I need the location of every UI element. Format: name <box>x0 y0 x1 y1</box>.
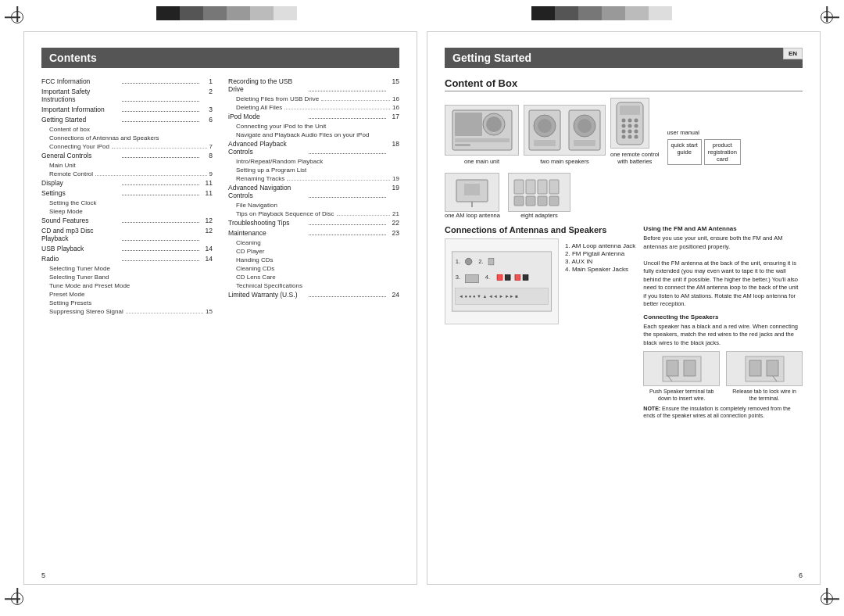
remote-item: one remote controlwith batteries <box>610 98 660 165</box>
left-page-num: 5 <box>41 571 45 579</box>
conn-item-3: 3. AUX IN <box>565 258 635 265</box>
main-unit-svg <box>451 109 513 152</box>
toc-sub-deleting-all: Deleting All Files 16 <box>228 104 399 111</box>
speakers-label: two main speakers <box>524 158 606 165</box>
svg-point-12 <box>578 119 592 133</box>
svg-rect-57 <box>749 360 761 376</box>
svg-rect-54 <box>667 360 678 376</box>
toc-sound: Sound Features 12 <box>41 217 213 224</box>
toc-sub-cleaning: Cleaning <box>228 239 399 246</box>
connections-list: 1. AM Loop antenna Jack 2. FM Pigtail An… <box>565 242 635 273</box>
connections-diagram: 1. 2. 3. 4. <box>445 238 559 324</box>
svg-rect-49 <box>515 275 520 281</box>
svg-point-23 <box>628 129 632 133</box>
connections-list-area: 1. AM Loop antenna Jack 2. FM Pigtail An… <box>565 238 635 328</box>
toc-sub-cleaning-cds: Cleaning CDs <box>228 265 399 272</box>
toc-radio: Radio 14 <box>41 255 213 263</box>
toc-adv-nav: Advanced Navigation Controls 19 <box>228 184 399 199</box>
product-reg-box: productregistrationcard <box>704 139 741 165</box>
speaker-img-push: Push Speaker terminal tabdown to insert … <box>643 351 720 402</box>
svg-rect-34 <box>549 180 559 194</box>
toc-sub-program-list: Setting up a Program List <box>228 167 399 174</box>
svg-rect-30 <box>464 184 480 195</box>
toc-getting-started: Getting Started 6 <box>41 116 213 124</box>
svg-point-18 <box>635 118 638 122</box>
svg-point-19 <box>622 124 626 127</box>
svg-rect-45 <box>465 275 478 283</box>
toc-sub-presetmode: Preset Mode <box>41 291 213 298</box>
main-unit-image <box>445 105 519 156</box>
toc-sub-clock: Setting the Clock <box>41 199 213 206</box>
conn-item-4: 4. Main Speaker Jacks <box>565 266 635 273</box>
toc-ipod-mode: iPod Mode 17 <box>228 113 399 120</box>
svg-point-22 <box>622 129 626 133</box>
toc-recording: Recording to the USB Drive 15 <box>228 77 399 93</box>
toc-troubleshoot: Troubleshooting Tips 22 <box>228 219 399 227</box>
svg-rect-37 <box>538 196 547 206</box>
reg-mark-tl <box>6 6 28 28</box>
toc-sub-connections: Connections of Antennas and Speakers <box>41 134 213 141</box>
toc-sub-presets: Setting Presets <box>41 299 213 306</box>
svg-text:◄ ● ● ●    ▼    ▲   ◄◄  ►  ►► : ◄ ● ● ● ▼ ▲ ◄◄ ► ►► ■ <box>459 294 518 299</box>
svg-rect-55 <box>684 360 696 376</box>
adapters-label: eight adapters <box>508 212 570 219</box>
toc-sub-tunermode: Selecting Tuner Mode <box>41 265 213 272</box>
svg-point-3 <box>486 116 502 132</box>
reg-mark-tr <box>816 6 838 28</box>
svg-rect-58 <box>767 360 778 376</box>
getting-started-header: Getting Started <box>445 48 803 68</box>
svg-rect-4 <box>455 138 510 142</box>
antenna-svg <box>449 176 495 209</box>
connections-content: 1. 2. 3. 4. <box>445 238 635 328</box>
adapters-svg <box>512 176 567 209</box>
contents-title: Contents <box>49 52 97 64</box>
content-of-box: one main unit two main spe <box>445 98 803 165</box>
speaker-terminal-images: Push Speaker terminal tabdown to insert … <box>643 351 803 402</box>
toc-sub-connecting-ipod: Connecting your iPod to the Unit <box>228 123 399 130</box>
toc-sub-navigate-ipod: Navigate and Playback Audio Files on you… <box>228 131 399 138</box>
conn-item-1: 1. AM Loop antenna Jack <box>565 242 635 249</box>
svg-rect-33 <box>538 180 547 194</box>
toc-sub-remote: Remote Control 9 <box>41 170 213 177</box>
toc-settings: Settings 11 <box>41 189 213 197</box>
speakers-svg <box>528 109 602 152</box>
main-unit-item: one main unit <box>445 105 519 165</box>
color-bar-top <box>156 6 297 20</box>
svg-point-21 <box>635 124 638 127</box>
svg-rect-35 <box>514 196 524 206</box>
toc-fcc: FCC Information 1 <box>41 77 213 85</box>
getting-started-title: Getting Started <box>452 52 531 64</box>
right-page-num: 6 <box>799 571 803 579</box>
toc-cd-playback: CD and mp3 Disc Playback 12 <box>41 227 213 242</box>
toc-sub-contentofbox: Content of box <box>41 126 213 133</box>
main-unit-label: one main unit <box>445 158 519 165</box>
svg-text:1.: 1. <box>456 258 460 265</box>
toc-display: Display 11 <box>41 179 213 187</box>
connections-right: Using the FM and AM Antennas Before you … <box>643 225 803 419</box>
toc-sub-tunerband: Selecting Tuner Band <box>41 274 213 281</box>
svg-rect-13 <box>574 140 595 146</box>
speakers-image <box>524 105 606 156</box>
antenna-image <box>445 173 499 212</box>
toc-warranty: Limited Warranty (U.S.) 24 <box>228 291 399 299</box>
svg-point-24 <box>635 129 638 133</box>
en-badge: EN <box>783 48 803 59</box>
svg-text:4.: 4. <box>485 274 490 281</box>
toc-sub-tunemode: Tune Mode and Preset Mode <box>41 282 213 289</box>
conn-item-2: 2. FM Pigtail Antenna <box>565 250 635 257</box>
connections-section: Connections of Antennas and Speakers 1. <box>445 225 803 419</box>
toc-sub-deleting-files: Deleting Files from USB Drive 16 <box>228 95 399 102</box>
toc-general-controls: General Controls 8 <box>41 152 213 159</box>
remote-svg <box>615 101 645 146</box>
svg-point-27 <box>635 134 638 138</box>
toc-sub-intro-repeat: Intro/Repeat/Random Playback <box>228 158 399 165</box>
svg-text:3.: 3. <box>456 274 460 281</box>
toc-sub-ipod: Connecting Your iPod 7 <box>41 143 213 150</box>
svg-point-16 <box>622 118 626 122</box>
svg-rect-36 <box>526 196 535 206</box>
connections-left: Connections of Antennas and Speakers 1. <box>445 225 635 419</box>
toc-adv-playback: Advanced Playback Controls 18 <box>228 140 399 156</box>
push-terminal-image <box>643 351 720 386</box>
adapters-item: eight adapters <box>508 173 570 219</box>
release-terminal-svg <box>743 354 786 384</box>
